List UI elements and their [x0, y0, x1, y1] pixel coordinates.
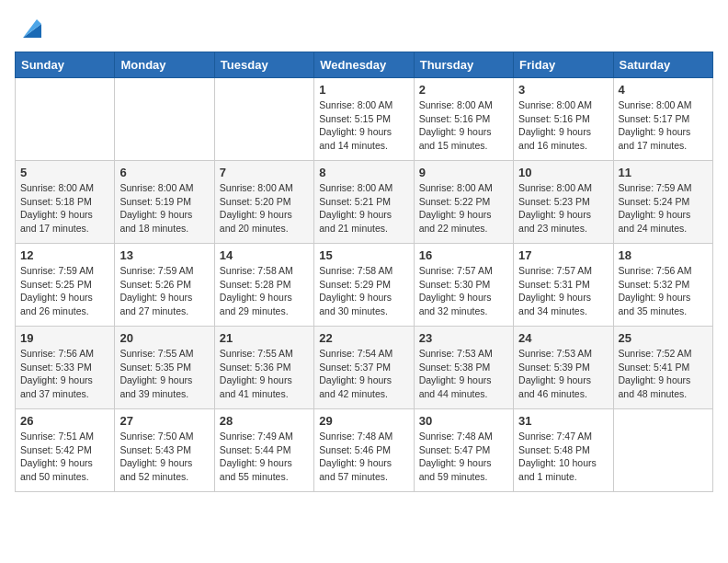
- cell-info: Sunrise: 7:59 AMSunset: 5:24 PMDaylight:…: [619, 181, 708, 236]
- calendar-cell: 18Sunrise: 7:56 AMSunset: 5:32 PMDayligh…: [613, 244, 712, 327]
- cell-info: Sunrise: 7:53 AMSunset: 5:38 PMDaylight:…: [419, 347, 508, 401]
- calendar-cell: 15Sunrise: 7:58 AMSunset: 5:29 PMDayligh…: [314, 244, 414, 327]
- cell-info: Sunrise: 7:58 AMSunset: 5:28 PMDaylight:…: [220, 264, 309, 318]
- day-number: 30: [419, 414, 508, 428]
- cell-info: Sunrise: 8:00 AMSunset: 5:18 PMDaylight:…: [20, 181, 109, 236]
- cell-info: Sunrise: 7:58 AMSunset: 5:29 PMDaylight:…: [319, 264, 408, 318]
- weekday-header-sunday: Sunday: [16, 52, 115, 78]
- calendar-cell: [115, 78, 214, 161]
- weekday-header-friday: Friday: [514, 52, 613, 78]
- calendar-cell: 27Sunrise: 7:50 AMSunset: 5:43 PMDayligh…: [115, 409, 214, 492]
- calendar-cell: [214, 78, 313, 161]
- calendar-cell: 25Sunrise: 7:52 AMSunset: 5:41 PMDayligh…: [613, 327, 712, 409]
- day-number: 21: [220, 331, 309, 345]
- calendar-week-1: 1Sunrise: 8:00 AMSunset: 5:15 PMDaylight…: [16, 78, 713, 161]
- day-number: 16: [419, 248, 508, 262]
- calendar-table: SundayMondayTuesdayWednesdayThursdayFrid…: [15, 52, 713, 492]
- calendar-cell: [613, 409, 712, 492]
- cell-info: Sunrise: 8:00 AMSunset: 5:22 PMDaylight:…: [419, 181, 508, 236]
- calendar-cell: 10Sunrise: 8:00 AMSunset: 5:23 PMDayligh…: [514, 161, 613, 244]
- calendar-cell: 30Sunrise: 7:48 AMSunset: 5:47 PMDayligh…: [414, 409, 513, 492]
- calendar-cell: 28Sunrise: 7:49 AMSunset: 5:44 PMDayligh…: [214, 409, 313, 492]
- header: [15, 15, 713, 42]
- day-number: 17: [518, 248, 608, 262]
- calendar-cell: 2Sunrise: 8:00 AMSunset: 5:16 PMDaylight…: [414, 78, 513, 161]
- calendar-week-3: 12Sunrise: 7:59 AMSunset: 5:25 PMDayligh…: [16, 244, 713, 327]
- day-number: 1: [319, 83, 408, 97]
- cell-info: Sunrise: 7:57 AMSunset: 5:31 PMDaylight:…: [518, 264, 608, 318]
- day-number: 12: [20, 248, 109, 262]
- cell-info: Sunrise: 7:47 AMSunset: 5:48 PMDaylight:…: [518, 430, 608, 484]
- calendar-cell: 6Sunrise: 8:00 AMSunset: 5:19 PMDaylight…: [115, 161, 214, 244]
- calendar-cell: 17Sunrise: 7:57 AMSunset: 5:31 PMDayligh…: [514, 244, 613, 327]
- calendar-cell: 8Sunrise: 8:00 AMSunset: 5:21 PMDaylight…: [314, 161, 414, 244]
- calendar-week-4: 19Sunrise: 7:56 AMSunset: 5:33 PMDayligh…: [16, 327, 713, 409]
- calendar-cell: 19Sunrise: 7:56 AMSunset: 5:33 PMDayligh…: [16, 327, 115, 409]
- day-number: 29: [319, 414, 408, 428]
- day-number: 9: [419, 166, 508, 179]
- calendar-cell: 4Sunrise: 8:00 AMSunset: 5:17 PMDaylight…: [613, 78, 712, 161]
- day-number: 8: [319, 166, 408, 179]
- calendar-cell: 13Sunrise: 7:59 AMSunset: 5:26 PMDayligh…: [115, 244, 214, 327]
- day-number: 20: [119, 331, 209, 345]
- calendar-cell: [16, 78, 115, 161]
- cell-info: Sunrise: 7:59 AMSunset: 5:26 PMDaylight:…: [119, 264, 209, 318]
- day-number: 23: [419, 331, 508, 345]
- cell-info: Sunrise: 7:55 AMSunset: 5:35 PMDaylight:…: [119, 347, 209, 401]
- day-number: 10: [518, 166, 608, 179]
- weekday-header-thursday: Thursday: [414, 52, 513, 78]
- cell-info: Sunrise: 7:56 AMSunset: 5:33 PMDaylight:…: [20, 347, 109, 401]
- calendar-week-2: 5Sunrise: 8:00 AMSunset: 5:18 PMDaylight…: [16, 161, 713, 244]
- calendar-cell: 24Sunrise: 7:53 AMSunset: 5:39 PMDayligh…: [514, 327, 613, 409]
- day-number: 28: [220, 414, 309, 428]
- day-number: 2: [419, 83, 508, 97]
- weekday-header-row: SundayMondayTuesdayWednesdayThursdayFrid…: [16, 52, 713, 78]
- calendar-week-5: 26Sunrise: 7:51 AMSunset: 5:42 PMDayligh…: [16, 409, 713, 492]
- calendar-cell: 14Sunrise: 7:58 AMSunset: 5:28 PMDayligh…: [214, 244, 313, 327]
- calendar-cell: 16Sunrise: 7:57 AMSunset: 5:30 PMDayligh…: [414, 244, 513, 327]
- cell-info: Sunrise: 7:56 AMSunset: 5:32 PMDaylight:…: [619, 264, 708, 318]
- calendar-cell: 21Sunrise: 7:55 AMSunset: 5:36 PMDayligh…: [214, 327, 313, 409]
- cell-info: Sunrise: 8:00 AMSunset: 5:19 PMDaylight:…: [119, 181, 209, 236]
- cell-info: Sunrise: 8:00 AMSunset: 5:15 PMDaylight:…: [319, 98, 408, 153]
- weekday-header-saturday: Saturday: [613, 52, 712, 78]
- day-number: 3: [518, 83, 608, 97]
- calendar-cell: 3Sunrise: 8:00 AMSunset: 5:16 PMDaylight…: [514, 78, 613, 161]
- calendar-cell: 22Sunrise: 7:54 AMSunset: 5:37 PMDayligh…: [314, 327, 414, 409]
- weekday-header-tuesday: Tuesday: [214, 52, 313, 78]
- day-number: 15: [319, 248, 408, 262]
- weekday-header-monday: Monday: [115, 52, 214, 78]
- day-number: 11: [619, 166, 708, 179]
- cell-info: Sunrise: 8:00 AMSunset: 5:21 PMDaylight:…: [319, 181, 408, 236]
- day-number: 18: [619, 248, 708, 262]
- calendar-cell: 26Sunrise: 7:51 AMSunset: 5:42 PMDayligh…: [16, 409, 115, 492]
- calendar-cell: 12Sunrise: 7:59 AMSunset: 5:25 PMDayligh…: [16, 244, 115, 327]
- day-number: 14: [220, 248, 309, 262]
- day-number: 13: [119, 248, 209, 262]
- cell-info: Sunrise: 7:51 AMSunset: 5:42 PMDaylight:…: [20, 430, 109, 484]
- day-number: 25: [619, 331, 708, 345]
- day-number: 7: [220, 166, 309, 179]
- day-number: 5: [20, 166, 109, 179]
- calendar-cell: 7Sunrise: 8:00 AMSunset: 5:20 PMDaylight…: [214, 161, 313, 244]
- cell-info: Sunrise: 7:54 AMSunset: 5:37 PMDaylight:…: [319, 347, 408, 401]
- calendar-cell: 29Sunrise: 7:48 AMSunset: 5:46 PMDayligh…: [314, 409, 414, 492]
- cell-info: Sunrise: 7:48 AMSunset: 5:47 PMDaylight:…: [419, 430, 508, 484]
- calendar-cell: 20Sunrise: 7:55 AMSunset: 5:35 PMDayligh…: [115, 327, 214, 409]
- calendar-cell: 1Sunrise: 8:00 AMSunset: 5:15 PMDaylight…: [314, 78, 414, 161]
- day-number: 24: [518, 331, 608, 345]
- day-number: 22: [319, 331, 408, 345]
- cell-info: Sunrise: 7:59 AMSunset: 5:25 PMDaylight:…: [20, 264, 109, 318]
- logo: [15, 15, 46, 42]
- calendar-cell: 31Sunrise: 7:47 AMSunset: 5:48 PMDayligh…: [514, 409, 613, 492]
- day-number: 6: [119, 166, 209, 179]
- cell-info: Sunrise: 7:53 AMSunset: 5:39 PMDaylight:…: [518, 347, 608, 401]
- page: SundayMondayTuesdayWednesdayThursdayFrid…: [0, 0, 728, 507]
- cell-info: Sunrise: 8:00 AMSunset: 5:20 PMDaylight:…: [220, 181, 309, 236]
- weekday-header-wednesday: Wednesday: [314, 52, 414, 78]
- calendar-cell: 9Sunrise: 8:00 AMSunset: 5:22 PMDaylight…: [414, 161, 513, 244]
- cell-info: Sunrise: 7:50 AMSunset: 5:43 PMDaylight:…: [119, 430, 209, 484]
- cell-info: Sunrise: 7:48 AMSunset: 5:46 PMDaylight:…: [319, 430, 408, 484]
- day-number: 26: [20, 414, 109, 428]
- calendar-cell: 5Sunrise: 8:00 AMSunset: 5:18 PMDaylight…: [16, 161, 115, 244]
